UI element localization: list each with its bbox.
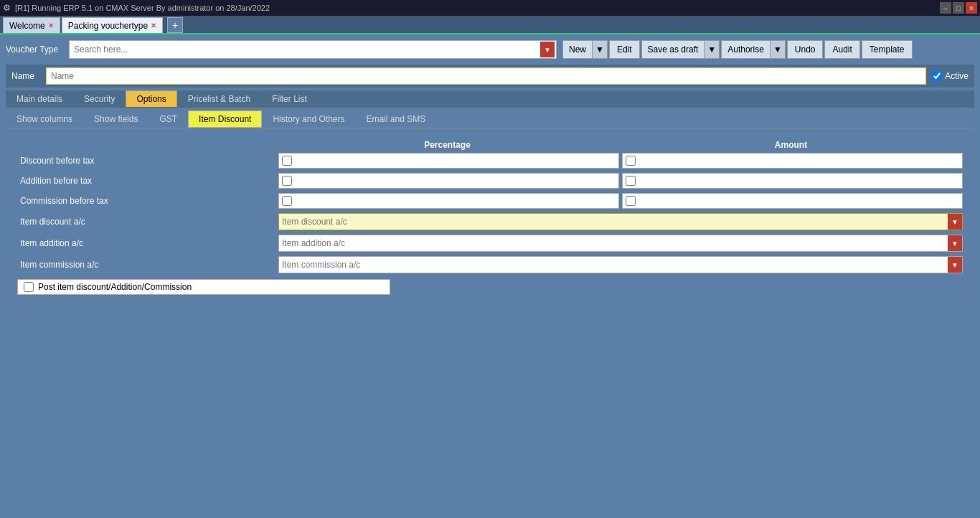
addition-amt-input[interactable] [639,174,962,188]
tab-packing-vouchertype[interactable]: Packing vouchertype ✕ [62,17,163,33]
item-discount-ac-input[interactable] [279,217,948,227]
authorise-button[interactable]: Authorise [721,40,771,59]
voucher-type-label: Voucher Type [6,44,63,55]
maximize-button[interactable]: □ [953,2,964,14]
add-tab-button[interactable]: + [167,17,183,33]
edit-button[interactable]: Edit [609,40,640,59]
item-commission-ac-arrow[interactable]: ▼ [948,257,962,273]
name-row: Name Active [6,65,974,88]
discount-pct-input[interactable] [295,154,618,168]
new-button-group[interactable]: New ▼ [562,40,608,59]
discount-amt-wrap [622,153,963,169]
tab-welcome-label: Welcome [9,21,45,31]
item-addition-ac-input[interactable] [279,238,948,248]
col-percentage-header: Percentage [275,140,619,150]
discount-before-tax-label: Discount before tax [17,156,275,166]
tab-packing-close[interactable]: ✕ [151,22,156,29]
new-dropdown-arrow[interactable]: ▼ [593,40,608,59]
commission-amt-checkbox[interactable] [626,196,636,206]
title-bar: ⚙ [R1] Running ERP 5.1 on CMAX Server By… [0,0,980,16]
save-draft-arrow[interactable]: ▼ [705,40,720,59]
name-label: Name [11,71,40,81]
item-commission-ac-label: Item commission a/c [17,260,275,270]
item-addition-ac-field[interactable]: ▼ [278,235,963,252]
item-addition-ac-row: Item addition a/c ▼ [17,235,963,252]
commission-pct-wrap [278,193,619,209]
addition-before-tax-label: Addition before tax [17,176,275,186]
sub-tab-history-others[interactable]: History and Others [262,110,355,128]
tab-options[interactable]: Options [126,90,176,107]
voucher-search-field[interactable]: ▼ [69,40,557,59]
window-title: [R1] Running ERP 5.1 on CMAX Server By a… [15,4,270,12]
item-commission-ac-row: Item commission a/c ▼ [17,256,963,273]
post-item-checkbox[interactable] [24,282,34,292]
app-icon: ⚙ [3,3,11,13]
main-tabs-nav: Main details Security Options Pricelist … [6,90,974,108]
active-label: Active [945,71,969,81]
item-addition-ac-arrow[interactable]: ▼ [948,235,962,251]
post-item-box: Post item discount/Addition/Commission [17,279,390,295]
template-button[interactable]: Template [862,40,913,59]
tab-main-details[interactable]: Main details [6,90,73,107]
main-content: Voucher Type ▼ New ▼ Edit Save as draft … [0,34,980,306]
discount-amt-input[interactable] [639,154,962,168]
tab-pricelist-batch[interactable]: Pricelist & Batch [177,90,261,107]
tab-packing-label: Packing vouchertype [68,21,148,31]
audit-button[interactable]: Audit [824,40,859,59]
grid-header: Percentage Amount [17,140,963,150]
post-item-label: Post item discount/Addition/Commission [38,282,192,292]
item-discount-ac-arrow[interactable]: ▼ [948,214,962,230]
sub-tab-email-sms[interactable]: Email and SMS [356,110,437,128]
undo-button[interactable]: Undo [787,40,824,59]
minimize-button[interactable]: – [940,2,951,14]
discount-amt-checkbox[interactable] [626,156,636,166]
sub-tab-gst[interactable]: GST [149,110,188,128]
close-button[interactable]: ✕ [966,2,977,14]
active-checkbox-group: Active [932,71,969,81]
commission-pct-input[interactable] [295,194,618,208]
sub-tab-show-columns[interactable]: Show columns [6,110,83,128]
addition-before-tax-row: Addition before tax [17,173,963,189]
tab-filter-list[interactable]: Filter List [261,90,318,107]
commission-before-tax-label: Commission before tax [17,196,275,206]
col-amount-header: Amount [619,140,963,150]
save-draft-button[interactable]: Save as draft [641,40,705,59]
sub-tab-show-fields[interactable]: Show fields [83,110,149,128]
addition-amt-wrap [622,173,963,189]
addition-pct-input[interactable] [295,174,618,188]
addition-amt-checkbox[interactable] [626,176,636,186]
sub-tab-item-discount[interactable]: Item Discount [188,110,262,128]
item-commission-ac-field[interactable]: ▼ [278,256,963,273]
tab-welcome[interactable]: Welcome ✕ [3,17,60,33]
post-item-row: Post item discount/Addition/Commission [17,279,963,295]
sub-tabs-nav: Show columns Show fields GST Item Discou… [6,108,974,128]
discount-pct-checkbox[interactable] [282,156,292,166]
toolbar: New ▼ Edit Save as draft ▼ Authorise ▼ U… [562,40,913,59]
commission-amt-wrap [622,193,963,209]
addition-pct-checkbox[interactable] [282,176,292,186]
name-input[interactable] [46,67,926,85]
voucher-search-input[interactable] [70,41,556,58]
tab-bar: Welcome ✕ Packing vouchertype ✕ + [0,16,980,34]
commission-amt-input[interactable] [639,194,962,208]
voucher-dropdown-arrow[interactable]: ▼ [540,42,555,57]
item-commission-ac-input[interactable] [279,260,948,270]
item-discount-ac-label: Item discount a/c [17,217,275,227]
discount-pct-wrap [278,153,619,169]
authorise-arrow[interactable]: ▼ [771,40,786,59]
tab-welcome-close[interactable]: ✕ [48,22,54,29]
content-area: Percentage Amount Discount before tax Ad… [6,128,974,301]
tab-security[interactable]: Security [73,90,126,107]
item-discount-ac-field[interactable]: ▼ [278,213,963,230]
col-empty [17,140,275,150]
active-checkbox[interactable] [932,71,942,81]
new-button[interactable]: New [562,40,593,59]
save-draft-button-group[interactable]: Save as draft ▼ [641,40,720,59]
discount-before-tax-row: Discount before tax [17,153,963,169]
item-addition-ac-label: Item addition a/c [17,238,275,248]
commission-pct-checkbox[interactable] [282,196,292,206]
voucher-type-row: Voucher Type ▼ New ▼ Edit Save as draft … [6,40,974,59]
addition-pct-wrap [278,173,619,189]
item-discount-ac-row: Item discount a/c ▼ [17,213,963,230]
authorise-button-group[interactable]: Authorise ▼ [721,40,786,59]
